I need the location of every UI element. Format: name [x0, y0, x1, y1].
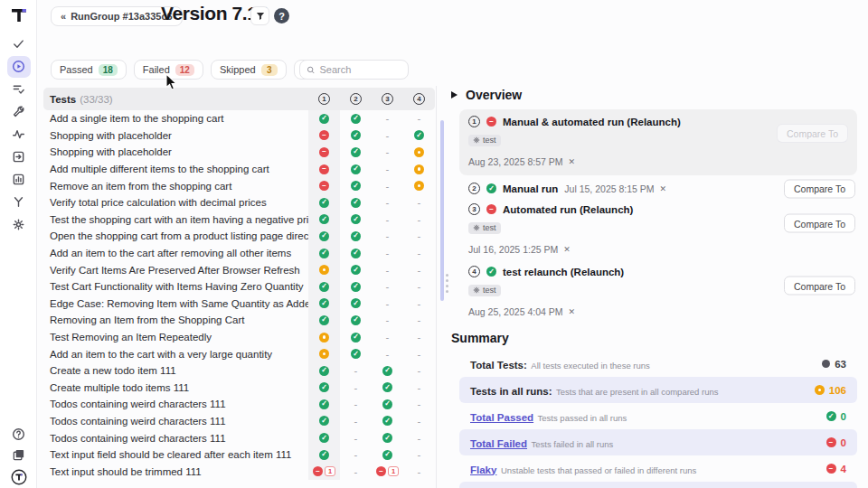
filter-button[interactable]: [250, 6, 269, 25]
status-passed-icon: [351, 214, 361, 224]
table-row[interactable]: Create multiple todo items 111--: [43, 380, 435, 397]
table-row[interactable]: Add an item to the cart after removing a…: [43, 245, 435, 262]
no-run-dash: -: [386, 113, 390, 124]
sidebar-item-wrench[interactable]: [0, 100, 37, 123]
chip-label: Skipped: [220, 64, 256, 75]
run-item-4[interactable]: 4 test relaunch (Relaunch) test Aug 25, …: [459, 264, 857, 321]
test-name: Add an item to the cart with a very larg…: [43, 349, 308, 360]
run-number-icon: 4: [413, 93, 425, 105]
compare-to-button[interactable]: Compare To: [784, 277, 855, 296]
table-row[interactable]: Remove an item from the shopping cart-: [43, 177, 435, 194]
tests-table-header: Tests(33/33) 1234: [43, 88, 435, 110]
no-run-dash: -: [386, 298, 390, 309]
sidebar-item-play-circle[interactable]: [0, 55, 37, 78]
run-date: Aug 25, 2025 4:04 PM: [468, 306, 575, 317]
no-run-dash: -: [386, 164, 390, 174]
filter-chip-passed[interactable]: Passed 18: [51, 60, 127, 80]
table-row[interactable]: Open the shopping cart from a product li…: [43, 228, 435, 245]
table-row[interactable]: Add a single item to the shopping cart--: [43, 110, 435, 127]
summary-value: 4: [826, 464, 846, 474]
run-item-3[interactable]: 3 Automated run (Relaunch) test Jul 16, …: [459, 202, 857, 258]
filter-chip-failed[interactable]: Failed 12: [134, 60, 203, 80]
no-run-dash: -: [418, 314, 421, 325]
test-name: Add an item to the cart after removing a…: [43, 248, 308, 258]
table-row[interactable]: Todos containing weird characters 111--: [43, 429, 435, 446]
table-row[interactable]: Todos containing weird characters 111--: [43, 413, 435, 430]
test-name: Add multiple different items to the shop…: [43, 164, 308, 174]
no-run-dash: -: [418, 197, 421, 208]
sidebar-item-branch[interactable]: [0, 191, 37, 213]
table-row[interactable]: Test the shopping cart with an item havi…: [43, 211, 435, 229]
run-date: Jul 15, 2025 8:15 PM: [564, 183, 666, 194]
column-run-2[interactable]: 2: [340, 88, 372, 110]
library-icon[interactable]: [12, 448, 25, 462]
table-row[interactable]: Removing an Item from the Shopping Cart-…: [43, 312, 435, 329]
tests-table-body: Add a single item to the shopping cart--…: [43, 110, 435, 480]
help-circle-icon[interactable]: [12, 427, 25, 441]
no-run-dash: -: [386, 214, 390, 225]
no-run-dash: -: [418, 433, 421, 444]
table-row[interactable]: Verify total price calculation with deci…: [43, 194, 435, 211]
column-run-4[interactable]: 4: [403, 88, 435, 110]
table-row[interactable]: Test Cart Functionality with Items Havin…: [43, 278, 435, 296]
summary-link[interactable]: Total Failed: [470, 438, 527, 449]
sidebar-item-box-arrow[interactable]: [0, 145, 37, 168]
collapse-overview-icon[interactable]: [451, 91, 458, 99]
summary-row: Flaky Unstable tests that passed or fail…: [459, 455, 857, 482]
table-row[interactable]: Text input should be trimmed 1111-1-: [43, 463, 435, 480]
no-run-dash: -: [386, 349, 390, 360]
test-name: Open the shopping cart from a product li…: [43, 230, 308, 241]
remove-run-icon[interactable]: [660, 184, 667, 193]
test-name: Test Removing an Item Repeatedly: [43, 332, 308, 343]
run-status-passed-icon: [486, 267, 496, 277]
column-run-1[interactable]: 1: [308, 88, 340, 110]
summary-link[interactable]: Total Passed: [470, 412, 533, 423]
status-passed-icon: [319, 298, 329, 308]
table-row[interactable]: Text input field should be cleared after…: [43, 446, 435, 464]
status-passed-icon: [351, 147, 361, 157]
compare-to-button[interactable]: Compare To: [784, 179, 855, 198]
sidebar-item-report[interactable]: [0, 168, 37, 191]
table-row[interactable]: Add multiple different items to the shop…: [43, 161, 435, 178]
test-name: Shopping with placeholder: [43, 146, 308, 157]
table-row[interactable]: Verify Cart Items Are Preserved After Br…: [43, 261, 435, 278]
resize-grip[interactable]: [446, 274, 448, 293]
sidebar-item-check[interactable]: [0, 33, 37, 55]
help-button[interactable]: ?: [274, 8, 289, 23]
status-passed-icon: [351, 315, 361, 325]
run-item-1[interactable]: 1 Manual & automated run (Relaunch) test…: [459, 109, 857, 175]
compare-to-button[interactable]: Compare To: [784, 214, 855, 233]
app-logo-icon[interactable]: [0, 5, 37, 25]
remove-run-icon[interactable]: [569, 307, 576, 316]
table-row[interactable]: Shopping with placeholder-: [43, 144, 435, 161]
comment-badge[interactable]: 1: [325, 466, 335, 476]
summary-link[interactable]: Flaky: [470, 465, 496, 475]
run-tag: test: [468, 285, 501, 296]
run-name: Automated run (Relaunch): [503, 204, 633, 215]
sidebar-item-activity[interactable]: [0, 123, 37, 145]
column-run-3[interactable]: 3: [372, 88, 403, 110]
status-failed-icon: [313, 466, 323, 476]
run-item-2[interactable]: 2 Manual runJul 15, 2025 8:15 PM Compare…: [459, 181, 857, 196]
summary-row: Total Tests: All tests executed in these…: [459, 351, 857, 377]
sidebar-item-gear[interactable]: [0, 213, 37, 236]
table-row[interactable]: Add an item to the cart with a very larg…: [43, 345, 435, 362]
panel-scrollbar[interactable]: [440, 120, 444, 301]
remove-run-icon[interactable]: [569, 157, 576, 166]
remove-run-icon[interactable]: [563, 245, 571, 254]
table-row[interactable]: Create a new todo item 111--: [43, 362, 435, 380]
sidebar-item-list-check[interactable]: [0, 78, 37, 100]
table-row[interactable]: Test Removing an Item Repeatedly--: [43, 329, 435, 346]
no-run-dash: -: [386, 146, 390, 157]
table-row[interactable]: Shopping with placeholder-: [43, 127, 435, 145]
table-row[interactable]: Edge Case: Removing Item with Same Quant…: [43, 296, 435, 313]
comment-badge[interactable]: 1: [388, 466, 399, 476]
search-input[interactable]: [319, 64, 401, 75]
status-failed-icon: [319, 147, 329, 157]
avatar[interactable]: [11, 469, 27, 485]
table-row[interactable]: Todos containing weird characters 111--: [43, 396, 435, 413]
sidebar-nav: [0, 33, 37, 236]
filter-chip-skipped[interactable]: Skipped 3: [211, 60, 287, 80]
no-run-dash: -: [354, 466, 358, 477]
no-run-dash: -: [418, 466, 421, 477]
